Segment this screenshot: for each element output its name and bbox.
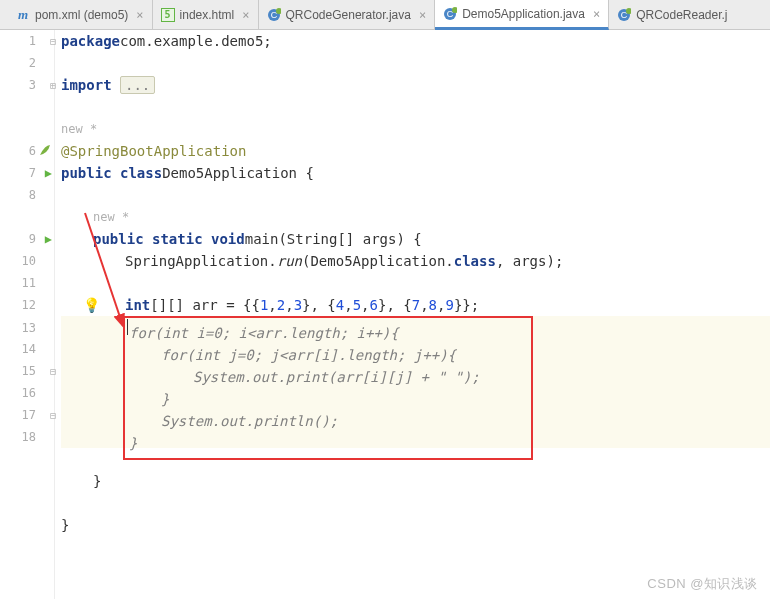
- tab-pom[interactable]: m pom.xml (demo5) ×: [8, 0, 153, 29]
- line-number: 1⊟: [0, 30, 54, 52]
- new-marker: new *: [93, 210, 129, 224]
- java-class-icon: C: [617, 8, 631, 22]
- tab-label: QRCodeReader.j: [636, 8, 727, 22]
- keyword: int: [125, 297, 150, 313]
- run-icon[interactable]: ▶: [45, 232, 52, 246]
- line-number: [0, 118, 54, 140]
- line-number: 10: [0, 250, 54, 272]
- code-text: com.example.demo5;: [120, 33, 272, 49]
- line-number: 13: [0, 316, 54, 338]
- spring-leaf-icon[interactable]: [38, 143, 52, 160]
- gutter: 1⊟ 2 3⊞ 6 7▶ 8 9▶ 10 11 12 13 14 15⊟ 16 …: [0, 30, 55, 599]
- code-text: (String[] args) {: [278, 231, 421, 247]
- tab-index[interactable]: 5 index.html ×: [153, 0, 259, 29]
- line-number: 9▶: [0, 228, 54, 250]
- template-line: System.out.print(arr[i][j] + " ");: [129, 366, 523, 388]
- editor-tabs: m pom.xml (demo5) × 5 index.html × C QRC…: [0, 0, 770, 30]
- html-icon: 5: [161, 8, 175, 22]
- code-text: main: [245, 231, 279, 247]
- code-area[interactable]: package com.example.demo5; import ... ne…: [55, 30, 770, 599]
- code-text: run: [277, 253, 302, 269]
- close-icon[interactable]: ×: [593, 7, 600, 21]
- template-line: }: [129, 388, 523, 410]
- template-line: System.out.println();: [129, 410, 523, 432]
- keyword: public static void: [93, 231, 245, 247]
- watermark: CSDN @知识浅谈: [647, 575, 758, 593]
- code-text: , args);: [496, 253, 563, 269]
- line-number: 18: [0, 426, 54, 448]
- code-text: [][] arr = {{: [150, 297, 260, 313]
- template-line: for(int i=0; i<arr.length; i++){: [129, 322, 523, 344]
- line-number: 6: [0, 140, 54, 162]
- line-number: 14: [0, 338, 54, 360]
- line-number: 15⊟: [0, 360, 54, 382]
- close-icon[interactable]: ×: [136, 8, 143, 22]
- line-number: 12: [0, 294, 54, 316]
- line-number: [0, 206, 54, 228]
- line-number: 16: [0, 382, 54, 404]
- line-number: 7▶: [0, 162, 54, 184]
- tab-label: Demo5Application.java: [462, 7, 585, 21]
- close-icon[interactable]: ×: [419, 8, 426, 22]
- run-icon[interactable]: ▶: [45, 166, 52, 180]
- template-line: for(int j=0; j<arr[i].length; j++){: [129, 344, 523, 366]
- code-text: }: [93, 473, 101, 489]
- code-editor[interactable]: 1⊟ 2 3⊞ 6 7▶ 8 9▶ 10 11 12 13 14 15⊟ 16 …: [0, 30, 770, 599]
- code-text: (Demo5Application.: [302, 253, 454, 269]
- keyword: import: [61, 77, 112, 93]
- line-number: 8: [0, 184, 54, 206]
- tab-demo5app[interactable]: C Demo5Application.java ×: [435, 0, 609, 30]
- tab-label: pom.xml (demo5): [35, 8, 128, 22]
- new-marker: new *: [61, 122, 97, 136]
- line-number: 17⊟: [0, 404, 54, 426]
- maven-icon: m: [16, 8, 30, 22]
- code-text: Demo5Application {: [162, 165, 314, 181]
- code-text: }: [61, 517, 69, 533]
- line-number: 11: [0, 272, 54, 294]
- close-icon[interactable]: ×: [242, 8, 249, 22]
- annotation: @SpringBootApplication: [61, 143, 246, 159]
- keyword: class: [454, 253, 496, 269]
- bulb-icon[interactable]: 💡: [83, 297, 100, 313]
- java-class-icon: C: [267, 8, 281, 22]
- code-text: SpringApplication.: [125, 253, 277, 269]
- tab-label: index.html: [180, 8, 235, 22]
- line-number: 2: [0, 52, 54, 74]
- tab-qrgen[interactable]: C QRCodeGenerator.java ×: [259, 0, 436, 29]
- tab-label: QRCodeGenerator.java: [286, 8, 411, 22]
- keyword: public class: [61, 165, 162, 181]
- fold-placeholder[interactable]: ...: [120, 76, 155, 94]
- java-class-icon: C: [443, 7, 457, 21]
- line-number: 3⊞: [0, 74, 54, 96]
- line-number: [0, 96, 54, 118]
- keyword: package: [61, 33, 120, 49]
- live-template-block: for(int i=0; i<arr.length; i++){ for(int…: [123, 316, 533, 460]
- tab-qrreader[interactable]: C QRCodeReader.j: [609, 0, 735, 29]
